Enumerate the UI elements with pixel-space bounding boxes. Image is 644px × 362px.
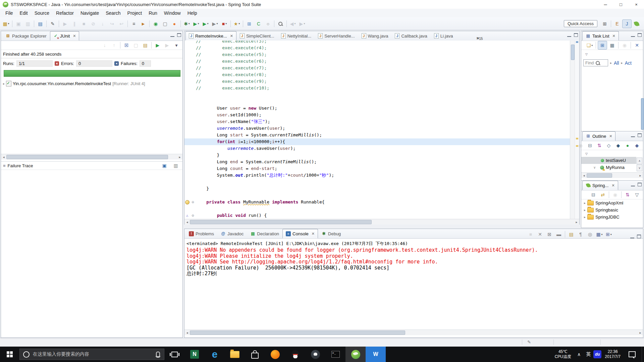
warning-marker[interactable] [576,138,578,139]
scrollbar-thumb[interactable] [641,98,644,130]
new-task-icon[interactable]: ❏▾ [585,41,594,49]
hide-static-icon[interactable]: ◆ [614,141,623,149]
find-task-input[interactable]: Find [583,59,608,66]
new-java-project-icon[interactable]: ⊞ [245,20,254,28]
hide-fields-icon[interactable]: ◇ [604,141,613,149]
scrollbar-thumb[interactable] [6,155,168,159]
view-tab[interactable]: ✓uJUnit✕ [50,31,79,41]
menu-item-navigate[interactable]: Navigate [77,9,102,17]
resume-icon[interactable]: ▶ [61,20,69,28]
fold-collapse-icon[interactable]: ⊖ [192,199,194,205]
spring-perspective-icon[interactable] [632,20,641,28]
focus-task-icon[interactable]: ◉ [620,41,629,49]
qq-icon[interactable] [285,347,305,362]
spring-project-item[interactable]: ▸Springbasic [581,206,643,214]
minimize-view-icon[interactable] [630,235,634,238]
debug-icon[interactable]: ✱▾ [182,20,191,28]
expander-icon[interactable]: ▸ [621,61,623,65]
maximize-view-icon[interactable] [177,33,181,37]
close-tab-icon[interactable]: ✕ [612,34,615,38]
scroll-right-icon[interactable]: ▸ [177,155,182,159]
view-menu-icon[interactable]: ▽ [633,191,641,199]
open-console-icon[interactable]: ▤ [36,20,45,28]
save-all-icon[interactable]: ▥ [23,20,32,28]
microphone-icon[interactable] [156,352,160,357]
expander-icon[interactable]: ▸ [584,208,586,212]
editor-tab[interactable]: JNettyInitial... [278,31,315,41]
scroll-lock-icon[interactable]: ▤ [567,230,576,238]
editor-tab[interactable]: JRemoteInvoke...✕ [185,31,236,41]
horizontal-scrollbar[interactable]: ◂ ▸ [581,172,643,178]
show-desktop-button[interactable] [642,347,644,362]
skip-breakpoints-icon[interactable]: ⊘ [89,20,98,28]
run-icon[interactable]: ▶▾ [192,20,201,28]
firefox-icon[interactable] [265,347,285,362]
hide-non-public-icon[interactable]: ● [623,141,632,149]
expander-icon[interactable]: ▸ [584,201,586,205]
display-console-icon[interactable]: ▦▾ [595,230,604,238]
close-tab-icon[interactable]: ✕ [312,232,315,236]
minimize-view-icon[interactable] [631,33,635,37]
maximize-button[interactable]: □ [613,0,629,9]
show-selected-icon[interactable]: ≡ [129,20,138,28]
view-menu-icon[interactable]: ▽ [583,152,590,156]
stack-filter-icon[interactable]: ▣ [160,162,169,170]
categorized-icon[interactable]: ⊞ [598,41,607,50]
cpu-temp-widget[interactable]: 45℃ CPU温度 [551,349,575,359]
maximize-view-icon[interactable] [638,33,642,37]
console-output[interactable]: log4j:WARN No appenders could be found f… [184,247,643,277]
spring-project-item[interactable]: ▸SpringAopXml [581,199,643,206]
filter-all-link[interactable]: All [614,60,619,66]
filter-activate-link[interactable]: Act [625,60,632,66]
menu-item-edit[interactable]: Edit [16,9,31,17]
scroll-lock-icon[interactable]: ▤ [141,41,150,49]
minimize-button[interactable]: ─ [598,0,613,9]
minimize-view-icon[interactable] [631,183,635,186]
edge-icon[interactable]: e [205,347,225,362]
next-failed-test-icon[interactable]: ↓ [100,41,109,49]
scroll-left-icon[interactable]: ◂ [184,220,190,224]
fold-collapse-icon[interactable]: ⊖ [192,212,194,219]
scrollbar-thumb[interactable] [190,330,405,335]
sort-icon[interactable]: ⇅ [595,141,604,149]
maximize-view-icon[interactable] [638,183,642,186]
horizontal-scrollbar[interactable]: ◂ ▸ [184,219,579,225]
store-icon[interactable] [245,347,265,362]
menu-item-file[interactable]: File [2,9,16,17]
sts-icon[interactable] [345,347,366,362]
menu-item-search[interactable]: Search [102,9,124,17]
menu-item-refactor[interactable]: Refactor [53,9,77,17]
outline-item[interactable]: testSaveU [581,157,636,164]
close-tab-icon[interactable]: ✕ [230,34,233,38]
external-tools-icon[interactable]: ★▾ [232,20,241,28]
suspend-icon[interactable]: ∥ [70,20,79,28]
baidu-ime-icon[interactable]: du [593,350,601,358]
collapse-all-icon[interactable]: ⊟ [589,191,598,199]
menu-item-window[interactable]: Window [161,9,184,17]
menu-item-source[interactable]: Source [31,9,53,17]
test-tree-item[interactable]: ▸ Yin.rpc.cousumer.Yin.consumer.RemoteIn… [1,80,182,87]
action-center-icon[interactable] [629,351,636,357]
scroll-left-icon[interactable]: ◂ [1,155,6,159]
step-into-icon[interactable]: ↓ [98,20,107,28]
view-menu-icon[interactable]: ▾ [172,41,181,49]
tab-overflow-chevron[interactable]: » 15 [476,35,483,41]
previous-failed-test-icon[interactable]: ↑ [110,41,118,49]
launch-icon[interactable]: ► [139,20,148,28]
input-language-indicator[interactable]: 英 [583,351,593,357]
step-return-icon[interactable]: ↩ [117,20,126,28]
profile-icon[interactable]: ▶▾ [211,20,219,28]
new-class-icon[interactable]: C [254,20,263,28]
new-config-icon[interactable]: ▢ [161,20,169,28]
scheduled-icon[interactable]: ▦ [608,41,616,49]
compare-icon[interactable]: ▥ [171,162,180,170]
scrollbar-thumb[interactable] [587,173,612,178]
clear-console-icon[interactable]: ▬ [554,230,563,238]
scroll-left-icon[interactable]: ◂ [184,331,190,335]
tray-expand-icon[interactable]: ∧ [575,352,583,357]
open-perspective-icon[interactable]: ⊞ [600,20,609,28]
editor-tab[interactable]: JWang.java [358,31,392,41]
sort-icon[interactable]: ⇅ [623,191,632,199]
scroll-right-icon[interactable]: ▸ [638,331,643,335]
outline-tab[interactable]: ⊞ Outline ✕ [582,131,615,141]
